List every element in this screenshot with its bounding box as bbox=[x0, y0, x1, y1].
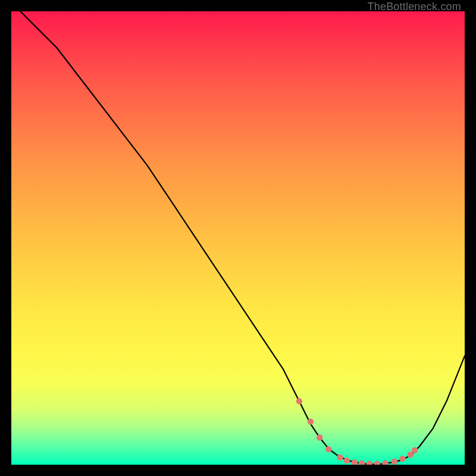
highlight-dot bbox=[392, 458, 397, 464]
highlight-dots bbox=[296, 398, 418, 465]
highlight-dot bbox=[308, 418, 314, 424]
highlight-dot bbox=[337, 455, 343, 461]
highlight-dot bbox=[317, 434, 322, 440]
highlight-dot bbox=[399, 456, 405, 462]
chart-frame: TheBottleneck.com bbox=[11, 11, 465, 465]
bottleneck-curve bbox=[20, 11, 465, 464]
highlight-dot bbox=[367, 461, 372, 465]
highlight-dot bbox=[352, 459, 358, 465]
highlight-dot bbox=[412, 447, 418, 453]
plot-area bbox=[11, 11, 465, 465]
highlight-dot bbox=[344, 458, 350, 464]
curve-layer bbox=[11, 11, 465, 465]
highlight-dot bbox=[374, 461, 380, 465]
highlight-dot bbox=[325, 446, 331, 452]
highlight-dot bbox=[359, 461, 365, 465]
highlight-dot bbox=[382, 461, 388, 465]
highlight-dot bbox=[296, 398, 302, 404]
highlight-dot bbox=[407, 452, 413, 458]
